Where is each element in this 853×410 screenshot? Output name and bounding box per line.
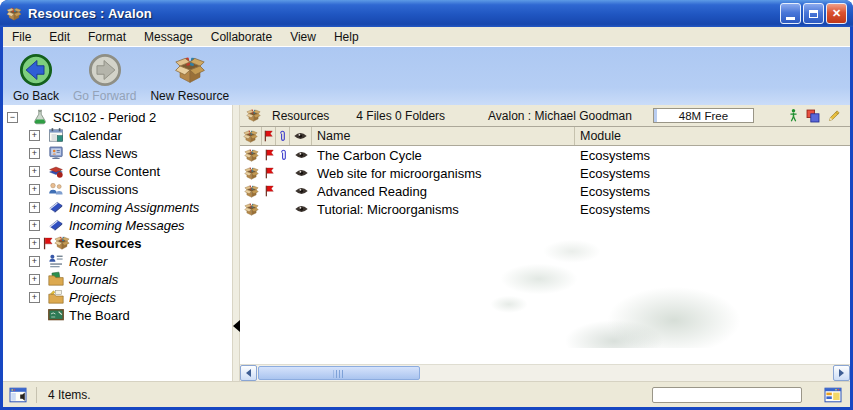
tree-root-label: SCI102 - Period 2	[53, 110, 156, 125]
journals-icon	[48, 271, 64, 287]
paperclip-icon	[278, 130, 287, 143]
tree-item-course-content[interactable]: Course Content	[3, 162, 232, 180]
eye-icon	[294, 168, 309, 178]
expand-box-icon[interactable]	[29, 256, 40, 267]
menu-format[interactable]: Format	[79, 28, 135, 46]
resource-name: Advanced Reading	[312, 182, 575, 200]
status-window-icon[interactable]	[9, 386, 27, 404]
resource-module: Ecosystems	[575, 200, 850, 218]
tree-item-journals[interactable]: Journals	[3, 270, 232, 288]
expand-box-icon[interactable]	[29, 148, 40, 159]
toolbar: Go Back Go Forward New Resource	[3, 47, 850, 105]
pencil-icon[interactable]	[828, 109, 841, 122]
panel-layout-icon[interactable]	[824, 386, 842, 404]
minimize-icon	[786, 17, 795, 20]
resource-module: Ecosystems	[575, 182, 850, 200]
title-bar[interactable]: Resources : Avalon ✕	[0, 0, 853, 27]
roster-icon	[48, 253, 64, 269]
expand-box-icon[interactable]	[29, 166, 40, 177]
tree-item-calendar[interactable]: Calendar	[3, 126, 232, 144]
close-button[interactable]: ✕	[826, 3, 847, 24]
tree-item-roster[interactable]: Roster	[3, 252, 232, 270]
horizontal-scrollbar[interactable]	[240, 364, 850, 381]
person-icon[interactable]	[789, 108, 798, 123]
resource-module: Ecosystems	[575, 164, 850, 182]
tree-item-label: Journals	[69, 272, 118, 287]
tree-item-projects[interactable]: Projects	[3, 288, 232, 306]
watermark-graphic	[488, 233, 788, 348]
open-box-icon	[246, 108, 261, 123]
open-box-icon	[174, 54, 206, 86]
eye-icon	[294, 150, 309, 160]
scroll-right-button[interactable]	[833, 365, 850, 381]
menu-message[interactable]: Message	[135, 28, 202, 46]
expand-box-icon[interactable]	[29, 130, 40, 141]
book-icon	[48, 199, 64, 215]
expand-box-icon[interactable]	[29, 238, 40, 249]
tree-item-label: Projects	[69, 290, 116, 305]
expand-box-icon[interactable]	[29, 274, 40, 285]
minimize-button[interactable]	[780, 3, 801, 24]
column-module[interactable]: Module	[575, 127, 850, 145]
status-bar: 4 Items.	[3, 381, 850, 407]
menu-help[interactable]: Help	[325, 28, 368, 46]
menu-edit[interactable]: Edit	[40, 28, 79, 46]
tree-item-label: Calendar	[69, 128, 122, 143]
tree-item-class-news[interactable]: Class News	[3, 144, 232, 162]
copy-icon[interactable]	[806, 109, 820, 123]
expand-box-icon[interactable]	[29, 220, 40, 231]
close-icon: ✕	[832, 7, 841, 20]
new-resource-label: New Resource	[150, 89, 229, 103]
scrollbar-track[interactable]	[257, 365, 833, 381]
tree-item-incoming-assignments[interactable]: Incoming Assignments	[3, 198, 232, 216]
eye-icon	[293, 131, 308, 141]
column-attachment[interactable]	[276, 127, 290, 145]
list-item[interactable]: Tutorial: Microorganisms Ecosystems	[240, 200, 850, 218]
scroll-left-button[interactable]	[240, 365, 257, 381]
book-icon	[48, 217, 64, 233]
flag-icon	[264, 167, 275, 179]
tree-item-discussions[interactable]: Discussions	[3, 180, 232, 198]
resource-list: The Carbon Cycle Ecosystems Web site for…	[240, 146, 850, 364]
resource-name: Web site for microorganisms	[312, 164, 575, 182]
column-type[interactable]	[240, 127, 262, 145]
go-forward-button[interactable]: Go Forward	[69, 50, 140, 105]
class-news-icon	[48, 145, 64, 161]
expand-box-icon[interactable]	[29, 202, 40, 213]
maximize-button[interactable]	[803, 3, 824, 24]
tree-item-incoming-messages[interactable]: Incoming Messages	[3, 216, 232, 234]
go-forward-label: Go Forward	[73, 89, 136, 103]
flag-icon	[42, 237, 54, 250]
expand-box-icon[interactable]	[29, 292, 40, 303]
app-window: Resources : Avalon ✕ File Edit Format Me…	[0, 0, 853, 410]
menu-view[interactable]: View	[281, 28, 325, 46]
menu-file[interactable]: File	[3, 28, 40, 46]
resource-name: Tutorial: Microorganisms	[312, 200, 575, 218]
eye-icon	[294, 186, 309, 196]
tree-root-course[interactable]: SCI102 - Period 2	[3, 108, 232, 126]
new-resource-button[interactable]: New Resource	[146, 50, 233, 105]
tree-item-the-board[interactable]: The Board	[3, 306, 232, 324]
menu-collaborate[interactable]: Collaborate	[202, 28, 281, 46]
eye-icon	[294, 204, 309, 214]
tree-item-resources[interactable]: Resources	[3, 234, 232, 252]
panel-splitter[interactable]	[232, 105, 240, 381]
flag-icon	[264, 149, 275, 161]
splitter-collapse-arrow-icon[interactable]	[233, 320, 240, 332]
forward-circle-arrow-icon	[88, 53, 122, 87]
collapse-box-icon[interactable]	[7, 112, 18, 123]
list-item[interactable]: Web site for microorganisms Ecosystems	[240, 164, 850, 182]
expand-box-icon[interactable]	[29, 184, 40, 195]
list-item[interactable]: Advanced Reading Ecosystems	[240, 182, 850, 200]
tree-item-label: Resources	[75, 236, 141, 251]
go-back-button[interactable]: Go Back	[9, 50, 63, 105]
column-flag[interactable]	[262, 127, 276, 145]
list-item[interactable]: The Carbon Cycle Ecosystems	[240, 146, 850, 164]
projects-icon	[48, 289, 64, 305]
column-name[interactable]: Name	[312, 127, 575, 145]
column-header-row: Name Module	[240, 127, 850, 146]
scrollbar-thumb[interactable]	[258, 366, 420, 380]
board-icon	[48, 307, 64, 323]
column-visibility[interactable]	[290, 127, 312, 145]
resources-header-bar: Resources 4 Files 0 Folders Avalon : Mic…	[240, 105, 850, 127]
